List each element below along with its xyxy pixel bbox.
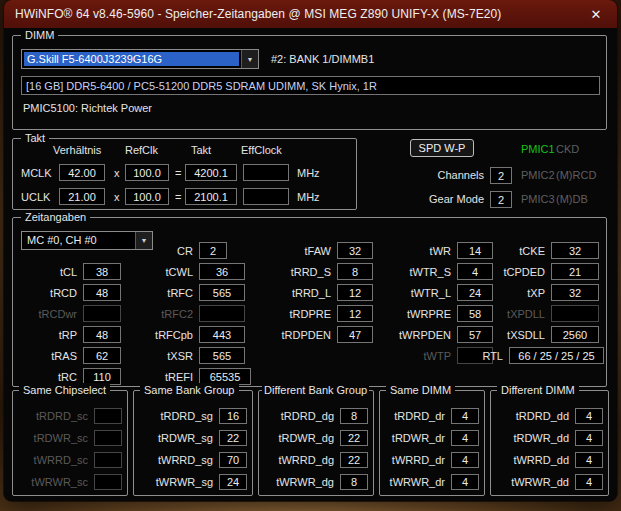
timing-label: tFAW [259,245,331,257]
mclk-equals-sign: = [175,167,181,179]
timing-label: tWRRD_sc [18,454,88,466]
timing-label: tWRRD_dd [496,454,569,466]
timing-label: tRDRD_dr [385,410,445,422]
timing-value-field: 4 [451,452,479,468]
timing-tcpded: tCPDED21 [475,263,599,280]
timing-label: tRDWR_dg [264,432,334,444]
timing-value-field [94,408,122,424]
timing-label: tXSR [133,350,193,362]
pmic2-value: (M)RCD [556,169,596,181]
timing-label: tRDRD_sg [139,410,213,422]
pmic2-label: PMIC2 [521,169,555,181]
timing-row: tRDRD_dd4 [496,407,603,424]
dimm-slot-label: #2: BANK 1/DIMMB1 [271,53,374,65]
timing-trrd-l: tRRD_L12 [259,284,373,301]
pmic1-label: PMIC1 [521,143,555,155]
group-label: Same DIMM [386,383,455,397]
dimm-group: DIMM G.Skill F5-6400J3239G16G ▼ #2: BANK… [12,35,607,130]
timing-label: tWRRD_dg [264,454,334,466]
timing-trdpden: tRDPDEN47 [259,326,373,343]
timing-label: tRC [17,371,77,383]
timing-value-field: 4 [451,430,479,446]
timing-label: tWTR_S [381,266,451,278]
pmic3-label: PMIC3 [521,193,555,205]
mclk-ratio-field: 42.00 [59,164,105,181]
mclk-multiply-sign: x [114,167,120,179]
timing-label: tRFCpb [133,329,193,341]
timing-value-field: 22 [340,430,368,446]
timing-label: tRCDwr [17,308,77,320]
mclk-refclk-field: 100.0 [125,164,169,181]
mclk-clock-field: 4200.1 [185,164,237,181]
turnaround-groups: Same Chipselect tRDRD_sc tRDWR_sc tWRRD_… [12,390,609,496]
timing-trfcpb: tRFCpb443 [133,326,245,343]
timing-label: tCPDED [475,266,545,278]
timing-value-field: 16 [219,408,247,424]
timing-value-field: 48 [83,326,121,343]
spd-pmic-panel: SPD W-P Channels 2 Gear Mode 2 PMIC1 CKD… [404,138,609,210]
timing-row: tWRWR_sg24 [139,473,247,490]
uclk-label: UCLK [21,191,50,203]
timing-label: tRDRD_dg [264,410,334,422]
timing-label: CR [133,245,193,257]
timings-group: Zeitangaben MC #0, CH #0 ▼ CR2 tFAW32 tW… [12,217,607,387]
timing-trdpre: tRDPRE12 [259,305,373,322]
timing-label: tWRWR_dr [385,476,445,488]
dimm-module-select[interactable]: G.Skill F5-6400J3239G16G ▼ [21,49,259,69]
uclk-multiply-sign: x [114,191,120,203]
chevron-down-icon[interactable]: ▼ [241,50,258,68]
timing-label: tRDWR_sc [18,432,88,444]
uclk-ratio-field: 21.00 [59,188,105,205]
pmic1-value: CKD [556,143,579,155]
timing-value-field: 22 [219,430,247,446]
timing-value-field: 66 / 25 / 25 / 25 [509,347,604,364]
timing-row: tRDWR_dr4 [385,429,479,446]
timing-row: tRDRD_dg8 [264,407,368,424]
timing-value-field: 12 [337,284,373,301]
dimm-pmic-info: PMIC5100: Richtek Power [23,102,152,114]
timing-label: tWRWR_sg [139,476,213,488]
timing-label: tRDPDEN [259,329,331,341]
spd-write-protect-button[interactable]: SPD W-P [410,139,474,157]
close-icon[interactable]: ✕ [575,0,617,28]
timing-value-field: 36 [199,263,245,280]
timing-label: tRDWR_dr [385,432,445,444]
timing-label: tWRRD_dr [385,454,445,466]
timing-row: tWRWR_dr4 [385,473,479,490]
timing-tcwl: tCWL36 [133,263,245,280]
timing-label: tXPDLL [475,308,545,320]
timing-label: tWRWR_sc [18,476,88,488]
timing-value-field: 32 [337,242,373,259]
timing-value-field: 47 [337,326,373,343]
same-chipselect-group: Same Chipselect tRDRD_sc tRDWR_sc tWRRD_… [12,390,128,496]
timing-value-field: 12 [337,305,373,322]
timing-row: tRDRD_dr4 [385,407,479,424]
timings-group-label: Zeitangaben [21,210,90,224]
timing-label: tRFC2 [133,308,193,320]
timing-cr: CR2 [133,242,227,259]
timing-label: tRRD_S [259,266,331,278]
clock-header-ratio: Verhältnis [53,144,101,156]
timing-label: tRCD [17,287,77,299]
memory-channel-selected-value: MC #0, CH #0 [22,232,135,249]
timing-value-field: 565 [199,284,245,301]
timing-rtl: RTL66 / 25 / 25 / 25 [465,347,604,364]
timing-value-field: 4 [451,408,479,424]
same-bank-group-group: Same Bank Group tRDRD_sg16 tRDWR_sg22 tW… [133,390,253,496]
timing-txsr: tXSR565 [133,347,245,364]
timing-tfaw: tFAW32 [259,242,373,259]
timing-label: tWR [381,245,451,257]
group-label: Different Bank Group [262,383,369,397]
timing-value-field: 2 [199,242,227,259]
mclk-label: MCLK [21,167,52,179]
timing-row: tWRRD_sg70 [139,451,247,468]
timing-txp: tXP32 [475,284,599,301]
timing-label: tWRRD_sg [139,454,213,466]
timing-row: tWRRD_dr4 [385,451,479,468]
timing-label: tWRPDEN [381,329,451,341]
timing-label: RTL [465,350,503,362]
timing-trrd-s: tRRD_S8 [259,263,373,280]
clock-header-takt: Takt [191,144,211,156]
title-bar: HWiNFO® 64 v8.46-5960 - Speicher-Zeitang… [4,0,617,28]
timing-row: tWRRD_sc [18,451,122,468]
